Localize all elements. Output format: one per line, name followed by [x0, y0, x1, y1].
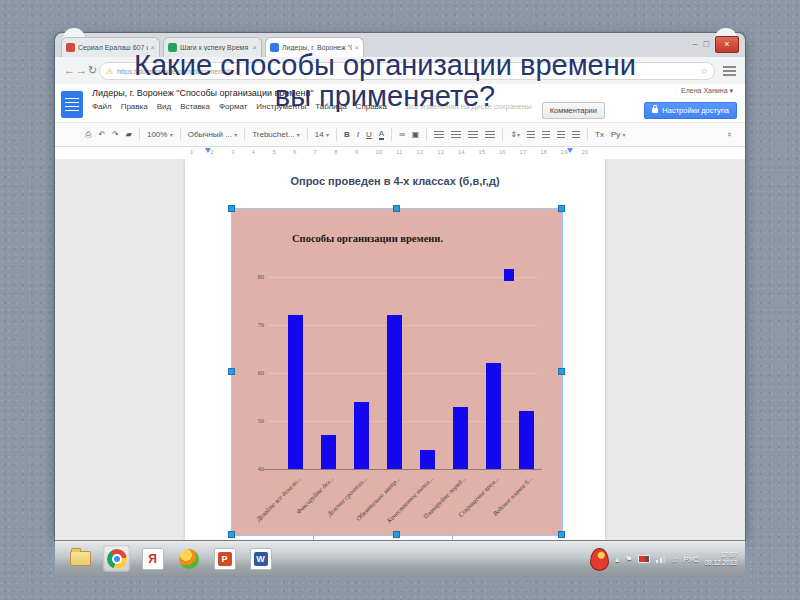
google-docs-icon[interactable]	[61, 91, 83, 118]
battery-icon[interactable]	[638, 555, 650, 563]
yandex-taskbar-icon[interactable]: Я	[139, 545, 166, 572]
selection-handle[interactable]	[558, 368, 565, 375]
paint-format-icon[interactable]: ▰	[126, 130, 132, 139]
ruler-number: 2	[211, 149, 214, 155]
chrome-taskbar-icon[interactable]	[103, 545, 130, 572]
italic-button[interactable]: I	[357, 130, 359, 139]
ruler-number: 5	[272, 149, 275, 155]
selection-handle[interactable]	[393, 205, 400, 212]
style-select[interactable]: Обычный ... ▾	[188, 130, 238, 139]
y-axis-tick: 70	[242, 321, 264, 328]
chart-selection[interactable]: Способы организации времени. 4050607080Д…	[232, 209, 562, 535]
word-taskbar-icon[interactable]: W	[247, 545, 274, 572]
close-button[interactable]: ×	[715, 36, 739, 53]
text-color-button[interactable]: A	[379, 129, 384, 140]
bullet-list-icon[interactable]	[542, 131, 550, 139]
folder-icon	[70, 551, 91, 566]
insert-link-icon[interactable]: ∞	[399, 130, 405, 139]
y-axis-tick: 40	[242, 465, 264, 472]
bold-button[interactable]: B	[344, 130, 350, 139]
document-canvas: Опрос проведен в 4-х классах (б,в,г,д) С…	[55, 159, 745, 540]
y-axis-tick: 60	[242, 369, 264, 376]
print-icon[interactable]: ⎙	[85, 130, 91, 140]
indent-marker-left[interactable]	[205, 148, 211, 153]
selection-handle[interactable]	[558, 205, 565, 212]
account-name[interactable]: Елена Ханина ▾	[681, 87, 733, 95]
powerpoint-icon: P	[214, 548, 236, 570]
chart-title: Способы организации времени.	[292, 233, 443, 244]
selection-handle[interactable]	[228, 531, 235, 538]
y-axis-tick: 80	[242, 273, 264, 280]
legend-swatch	[504, 269, 514, 281]
chart-bar	[321, 435, 336, 469]
ruler-number: 17	[520, 149, 527, 155]
action-center-flag-icon[interactable]: ⚑	[625, 555, 632, 564]
clear-formatting-button[interactable]: Tx	[595, 130, 604, 139]
window-controls: – □ ×	[693, 36, 739, 53]
ruler-number: 16	[499, 149, 506, 155]
taskbar: ЯPW ▴ ⚑ ♫ РУС 17:07 08.12.2013	[55, 540, 745, 577]
font-select[interactable]: Trebuchet... ▾	[252, 130, 300, 139]
gridline	[268, 325, 538, 326]
align-right-icon[interactable]	[468, 131, 478, 139]
clock-date: 08.12.2013	[704, 559, 737, 567]
bar-chart[interactable]: Способы организации времени. 4050607080Д…	[232, 209, 562, 535]
language-indicator[interactable]: РУС	[683, 555, 698, 564]
ruler-number: 15	[478, 149, 485, 155]
x-axis-line	[264, 469, 542, 470]
collapse-toolbar-icon[interactable]: «	[724, 132, 733, 136]
selection-handle[interactable]	[393, 531, 400, 538]
volume-icon[interactable]: ♫	[671, 555, 677, 564]
undo-icon[interactable]: ↶	[98, 130, 105, 139]
selection-handle[interactable]	[228, 368, 235, 375]
clock[interactable]: 17:07 08.12.2013	[704, 551, 737, 567]
align-center-icon[interactable]	[451, 131, 461, 139]
bookmark-star-icon[interactable]: ☆	[700, 66, 708, 76]
gridline	[268, 277, 538, 278]
align-justify-icon[interactable]	[485, 131, 495, 139]
ruler-number: 4	[252, 149, 255, 155]
font-size-select[interactable]: 14 ▾	[315, 130, 329, 139]
slide-title-line2: вы применяете?	[85, 81, 685, 112]
indent-icon[interactable]	[572, 131, 580, 139]
indent-marker-right[interactable]	[567, 148, 573, 153]
document-page[interactable]: Опрос проведен в 4-х классах (б,в,г,д) С…	[185, 159, 605, 540]
selection-handle[interactable]	[558, 531, 565, 538]
browser-menu-icon[interactable]	[723, 66, 736, 76]
insert-image-icon[interactable]: ▣	[412, 130, 420, 139]
ruler-number: 7	[314, 149, 317, 155]
y-axis-tick: 50	[242, 417, 264, 424]
network-icon[interactable]	[656, 555, 665, 563]
yandex-icon: Я	[142, 548, 164, 570]
docs-toolbar: ⎙ ↶ ↷ ▰ 100% ▾ Обычный ... ▾ Trebuchet..…	[55, 122, 745, 147]
chart-bar	[354, 402, 369, 469]
chart-bar	[519, 411, 534, 469]
underline-button[interactable]: U	[366, 130, 372, 139]
ruler-number: 20	[581, 149, 588, 155]
powerpoint-taskbar-icon[interactable]: P	[211, 545, 238, 572]
ruler-number: 12	[417, 149, 424, 155]
sphere-taskbar-icon[interactable]	[175, 545, 202, 572]
video-site-icon	[66, 43, 75, 52]
slide-title-line1: Какие способы организации времени	[85, 50, 685, 81]
zoom-select[interactable]: 100% ▾	[147, 130, 173, 139]
back-icon[interactable]: ←	[64, 64, 75, 76]
slide: Сериал Ералаш 607 сер×Шаги к успеху Врем…	[0, 0, 800, 600]
explorer-taskbar-icon[interactable]	[67, 545, 94, 572]
align-left-icon[interactable]	[434, 131, 444, 139]
minimize-button[interactable]: –	[693, 40, 698, 49]
maximize-button[interactable]: □	[704, 40, 709, 49]
ruler-number: 18	[540, 149, 547, 155]
outdent-icon[interactable]	[557, 131, 565, 139]
chart-bar	[453, 407, 468, 469]
redo-icon[interactable]: ↷	[112, 130, 119, 139]
line-spacing-icon[interactable]: ⇕▾	[510, 130, 520, 139]
selection-handle[interactable]	[228, 205, 235, 212]
input-language-select[interactable]: Ру ▾	[611, 130, 626, 139]
document-heading[interactable]: Опрос проведен в 4-х классах (б,в,г,д)	[185, 175, 605, 187]
ruler-number: 11	[396, 149, 402, 155]
tray-expand-icon[interactable]: ▴	[615, 555, 619, 564]
antivirus-tray-icon[interactable]	[590, 548, 609, 571]
numbered-list-icon[interactable]	[527, 131, 535, 139]
ruler-number: 6	[293, 149, 296, 155]
